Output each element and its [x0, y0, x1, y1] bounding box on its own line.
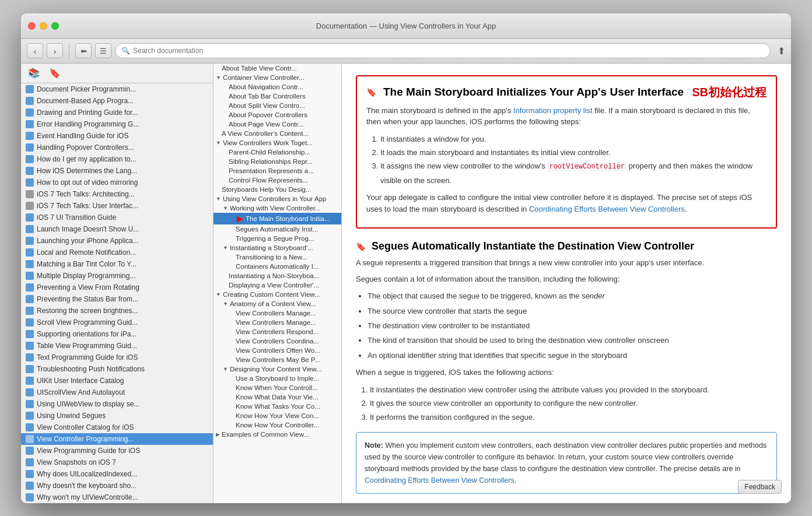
sidebar-item[interactable]: Launch Image Doesn't Show U... [21, 223, 213, 235]
doc-icon [26, 225, 34, 233]
sidebar-item[interactable]: How iOS Determines the Lang... [21, 165, 213, 177]
info-plist-link[interactable]: Information property list [513, 106, 593, 115]
tree-item[interactable]: ▶ About Page View Contr... [214, 120, 341, 129]
sidebar-item[interactable]: Using Unwind Segues [21, 410, 213, 422]
back-button[interactable]: ‹ [27, 43, 43, 58]
sidebar-item[interactable]: Local and Remote Notification... [21, 247, 213, 258]
tree-item[interactable]: Examples of Common View... [214, 430, 341, 439]
minimize-button[interactable] [40, 22, 47, 30]
coordinating-link-1[interactable]: Coordinating Efforts Between View Contro… [529, 205, 685, 213]
tree-item[interactable]: ▶ About Split View Contro... [214, 101, 341, 110]
sidebar-item[interactable]: Launching your iPhone Applica... [21, 235, 213, 247]
sidebar-item[interactable]: Error Handling Programming G... [21, 118, 213, 130]
sidebar-item[interactable]: UIKit User Interface Catalog [21, 375, 213, 387]
sidebar-item[interactable]: How to opt out of video mirroring [21, 177, 213, 188]
tree-item[interactable]: ▶ View Controllers Respond... [214, 327, 341, 336]
tree-item[interactable]: ▶ About Popover Controllers [214, 110, 341, 120]
sidebar-item[interactable]: Supporting orientations for iPa... [21, 328, 213, 340]
tree-item[interactable]: ▶ Know How Your Controller... [214, 420, 341, 430]
tree-item[interactable]: ▶ Know How Your View Con... [214, 411, 341, 420]
tree-item[interactable]: ▶ Instantiating a Non-Storyboa... [214, 271, 341, 280]
sidebar-item[interactable]: Document-Based App Progra... [21, 95, 213, 107]
tree-item[interactable]: Using View Controllers in Your App [214, 194, 341, 203]
tree-item[interactable]: ▶ Know What Data Your Vie... [214, 392, 341, 402]
sidebar-item[interactable]: Preventing the Status Bar from... [21, 293, 213, 305]
sidebar-item[interactable]: Why doesn't the keyboard sho... [21, 480, 213, 492]
sidebar-item[interactable]: Preventing a View From Rotating [21, 282, 213, 293]
feedback-button[interactable]: Feedback [738, 480, 782, 494]
bullet-item: The source view controller that starts t… [368, 304, 777, 318]
tree-item[interactable]: ▶ View Controllers Coordina... [214, 336, 341, 346]
sidebar-item[interactable]: Using UIWebView to display se... [21, 398, 213, 410]
tree-item[interactable]: View Controllers Work Toget... [214, 138, 341, 148]
tree-item[interactable]: ▶ Sibling Relationships Repr... [214, 157, 341, 166]
tree-item[interactable]: ▶ View Controllers May Be P... [214, 355, 341, 364]
tree-item[interactable]: Container View Controller... [214, 73, 341, 82]
sidebar-item[interactable]: Handling Popover Controllers... [21, 142, 213, 153]
tree-item[interactable]: ▶ Storyboards Help You Desig... [214, 185, 341, 194]
middle-tree-list: ▶ About Table View Contr... Container Vi… [214, 64, 341, 503]
bookmark-icon: 🔖 [366, 87, 376, 97]
sidebar-item[interactable]: Drawing and Printing Guide for... [21, 107, 213, 118]
sidebar-item[interactable]: iOS 7 Tech Talks: Architecting... [21, 188, 213, 200]
sidebar-item[interactable]: Scroll View Programming Guid... [21, 317, 213, 328]
search-bar[interactable]: 🔍 [115, 43, 771, 58]
sidebar-item[interactable]: Document Picker Programmin... [21, 83, 213, 95]
tree-item[interactable]: ▶ A View Controller's Content... [214, 129, 341, 138]
tree-item[interactable]: ▶ View Controllers Manage... [214, 308, 341, 318]
sidebar-item[interactable]: Matching a Bar Tint Color To Y... [21, 258, 213, 270]
sidebar-item[interactable]: Event Handling Guide for iOS [21, 130, 213, 142]
tree-item[interactable]: ▶ Control Flow Represents... [214, 175, 341, 185]
tree-item[interactable]: ▶ Displaying a View Controller'... [214, 280, 341, 290]
tree-item[interactable]: ▶ Parent-Child Relationship... [214, 148, 341, 157]
tree-item[interactable]: ▶ View Controllers Often Wo... [214, 346, 341, 355]
sidebar-item[interactable]: View Controller Catalog for iOS [21, 422, 213, 433]
tree-item[interactable]: ▶ About Navigation Contr... [214, 82, 341, 92]
sidebar-item[interactable]: iOS 7 Tech Talks: User Interfac... [21, 200, 213, 212]
close-button[interactable] [28, 22, 36, 30]
tree-item[interactable]: ▶ Know What Tasks Your Co... [214, 402, 341, 411]
sidebar-item[interactable]: View Programming Guide for iOS [21, 445, 213, 457]
tree-item[interactable]: Instantiating a Storyboard'... [214, 243, 341, 252]
share-button[interactable]: ⬆ [778, 45, 785, 57]
sidebar-item[interactable]: Restoring the screen brightnes... [21, 305, 213, 317]
sidebar-item[interactable]: Why won't my UIViewControlle... [21, 492, 213, 503]
sidebar-item[interactable]: UIScrollView And Autolayout [21, 387, 213, 398]
tree-item[interactable]: Working with View Controller... [214, 203, 341, 213]
forward-button[interactable]: › [47, 43, 63, 58]
tree-item[interactable]: Anatomy of a Content View... [214, 299, 341, 308]
sidebar-item[interactable]: Multiple Display Programming... [21, 270, 213, 282]
bullet-item: The kind of transition that should be us… [368, 334, 777, 347]
tree-item[interactable]: ▶ View Controllers Manage... [214, 318, 341, 327]
sidebar-bookmark-icon[interactable]: 📚 [26, 66, 42, 80]
sidebar-item[interactable]: iOS 7 UI Transition Guide [21, 212, 213, 223]
tree-item[interactable]: ▶ Transitioning to a New... [214, 252, 341, 262]
chinese-annotation: SB初始化过程 [692, 85, 766, 100]
tree-item[interactable]: ▶ Know When Your Controll... [214, 383, 341, 392]
sidebar-item[interactable]: Text Programming Guide for iOS [21, 352, 213, 363]
tree-item[interactable]: ▶ Triggering a Segue Prog... [214, 234, 341, 243]
tree-item[interactable]: ▶ About Tab Bar Controllers [214, 92, 341, 101]
tree-item[interactable]: ▶ Segues Automatically Inst... [214, 224, 341, 234]
tree-item-selected[interactable]: ▶ The Main Storyboard Initia... [214, 213, 341, 224]
tree-item[interactable]: Designing Your Content View... [214, 364, 341, 374]
fullscreen-button[interactable] [51, 22, 59, 30]
tree-item[interactable]: ▶ Presentation Represents a... [214, 166, 341, 175]
list-view-button[interactable]: ☰ [95, 43, 111, 58]
nav-button[interactable]: ⬅ [75, 43, 92, 58]
tree-item[interactable]: ▶ About Table View Contr... [214, 64, 341, 73]
sidebar-item[interactable]: Troubleshooting Push Notifications [21, 363, 213, 375]
tree-item[interactable]: Creating Custom Content View... [214, 290, 341, 299]
sidebar-item[interactable]: Table View Programming Guid... [21, 340, 213, 352]
sidebar-list-icon[interactable]: 🔖 [47, 66, 63, 80]
coordinating-link-2[interactable]: Coordinating Efforts Between View Contro… [365, 476, 514, 485]
sidebar-item-selected[interactable]: View Controller Programming... [21, 433, 213, 445]
sidebar-item[interactable]: How do I get my application to... [21, 153, 213, 165]
tree-item[interactable]: ▶ Containers Automatically I... [214, 262, 341, 271]
triggering-title: Triggering a Segue Programmatically [356, 502, 777, 503]
search-input[interactable] [133, 47, 764, 55]
doc-icon [26, 178, 34, 187]
sidebar-item[interactable]: View Snapshots on iOS 7 [21, 457, 213, 468]
sidebar-item[interactable]: Why does UILocalizedIndexed... [21, 468, 213, 480]
tree-item[interactable]: ▶ Use a Storyboard to Imple... [214, 374, 341, 383]
